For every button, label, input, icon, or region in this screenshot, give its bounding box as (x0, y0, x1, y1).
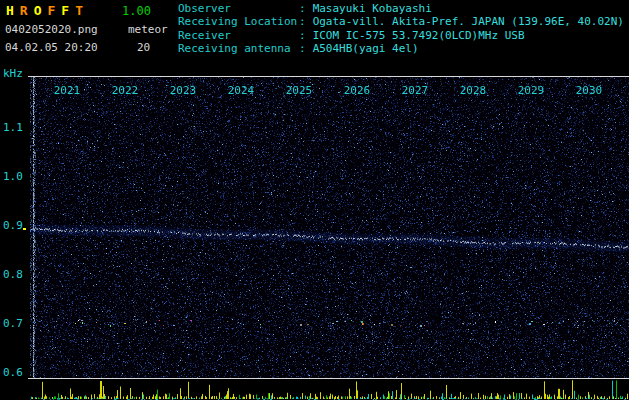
logo-letter: F (61, 3, 69, 18)
x-tick-label: 2030 (576, 84, 603, 97)
app-version: 1.00 (122, 4, 151, 18)
x-tick-label: 2028 (460, 84, 487, 97)
logo-letter: R (20, 3, 28, 18)
station-info-row: Receiver:ICOM IC-575 53.7492(0LCD)MHz US… (178, 29, 624, 42)
carrier-marker (23, 228, 26, 230)
x-tick-label: 2026 (344, 84, 371, 97)
x-tick-label: 2023 (170, 84, 197, 97)
freq-axis-unit: kHz (3, 67, 23, 80)
y-tick-label: 0.9 (3, 219, 23, 232)
station-info-row: Receiving Location:Ogata-vill. Akita-Pre… (178, 15, 624, 28)
y-tick-label: 1.0 (3, 170, 23, 183)
observation-mode: meteor (128, 23, 168, 36)
info-value: Masayuki Kobayashi (313, 2, 432, 15)
x-tick-label: 2024 (228, 84, 255, 97)
logo-letter: H (6, 3, 14, 18)
signal-strip-canvas (30, 379, 629, 400)
observation-datetime: 04.02.05 20:20 (5, 41, 98, 54)
x-tick-label: 2021 (54, 84, 81, 97)
info-label: Observer (178, 2, 299, 15)
y-tick-label: 1.1 (3, 121, 23, 134)
info-separator: : (299, 2, 306, 15)
logo-letter: T (75, 3, 83, 18)
info-value: A504HB(yagi 4el) (313, 42, 419, 55)
app-logo: HROFFT (6, 3, 89, 18)
spectrogram-canvas (30, 77, 629, 378)
info-label: Receiving antenna (178, 42, 299, 55)
station-info: Observer:Masayuki Kobayashi Receiving Lo… (178, 2, 624, 55)
station-info-row: Receiving antenna:A504HB(yagi 4el) (178, 42, 624, 55)
info-value: ICOM IC-575 53.7492(0LCD)MHz USB (313, 29, 525, 42)
station-info-row: Observer:Masayuki Kobayashi (178, 2, 624, 15)
hrofft-output: HROFFT 1.00 0402052020.png meteor 04.02.… (0, 0, 629, 400)
x-tick-label: 2027 (402, 84, 429, 97)
y-tick-label: 0.8 (3, 268, 23, 281)
logo-letter: F (47, 3, 55, 18)
x-tick-label: 2025 (286, 84, 313, 97)
plot-top-border (28, 76, 629, 77)
y-tick-label: 0.6 (3, 366, 23, 379)
y-tick-label: 0.7 (3, 317, 23, 330)
info-separator: : (299, 29, 306, 42)
info-separator: : (299, 42, 306, 55)
info-value: Ogata-vill. Akita-Pref. JAPAN (139.96E, … (313, 15, 624, 28)
info-label: Receiver (178, 29, 299, 42)
x-tick-label: 2022 (112, 84, 139, 97)
info-label: Receiving Location (178, 15, 299, 28)
logo-letter: O (34, 3, 42, 18)
output-filename: 0402052020.png (5, 23, 98, 36)
info-separator: : (299, 15, 306, 28)
echo-count: 20 (137, 41, 150, 54)
strip-top-border (28, 378, 629, 379)
x-tick-label: 2029 (518, 84, 545, 97)
